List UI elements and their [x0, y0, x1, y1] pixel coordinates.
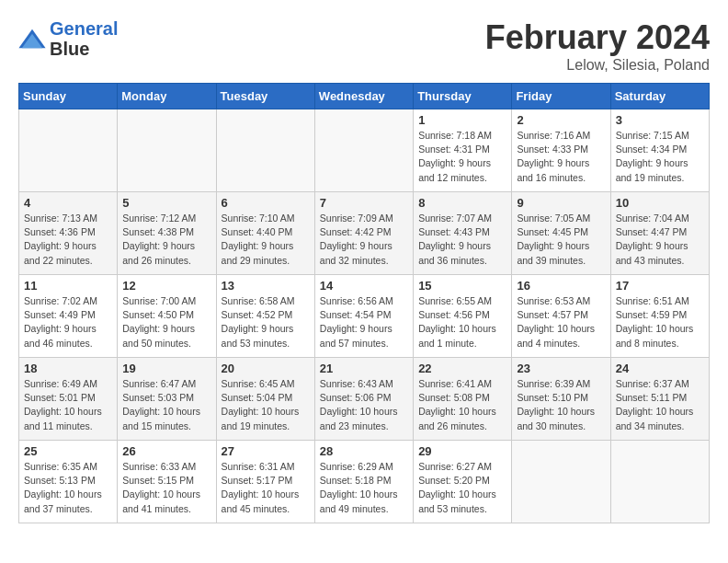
day-info: Sunrise: 7:10 AM Sunset: 4:40 PM Dayligh… [222, 212, 310, 268]
calendar-cell [19, 109, 118, 192]
day-info: Sunrise: 6:39 AM Sunset: 5:10 PM Dayligh… [517, 377, 605, 433]
day-number: 11 [24, 279, 112, 293]
day-info: Sunrise: 7:02 AM Sunset: 4:49 PM Dayligh… [24, 294, 112, 350]
day-info: Sunrise: 6:51 AM Sunset: 4:59 PM Dayligh… [616, 294, 704, 350]
calendar-cell: 22Sunrise: 6:41 AM Sunset: 5:08 PM Dayli… [414, 358, 512, 441]
calendar-cell: 23Sunrise: 6:39 AM Sunset: 5:10 PM Dayli… [512, 358, 610, 441]
calendar-cell: 19Sunrise: 6:47 AM Sunset: 5:03 PM Dayli… [118, 358, 216, 441]
day-number: 2 [517, 113, 605, 127]
calendar-cell: 10Sunrise: 7:04 AM Sunset: 4:47 PM Dayli… [610, 192, 709, 275]
day-info: Sunrise: 7:18 AM Sunset: 4:31 PM Dayligh… [418, 129, 506, 185]
day-number: 25 [24, 444, 112, 458]
calendar-cell: 16Sunrise: 6:53 AM Sunset: 4:57 PM Dayli… [512, 275, 610, 358]
calendar-cell [314, 109, 413, 192]
day-number: 24 [616, 362, 704, 375]
day-info: Sunrise: 6:49 AM Sunset: 5:01 PM Dayligh… [24, 377, 112, 433]
day-info: Sunrise: 7:09 AM Sunset: 4:42 PM Dayligh… [320, 212, 408, 268]
day-number: 16 [517, 279, 605, 293]
day-number: 10 [616, 196, 704, 210]
calendar-cell: 1Sunrise: 7:18 AM Sunset: 4:31 PM Daylig… [414, 109, 512, 192]
day-info: Sunrise: 6:55 AM Sunset: 4:56 PM Dayligh… [418, 294, 506, 350]
day-info: Sunrise: 6:33 AM Sunset: 5:15 PM Dayligh… [122, 460, 210, 516]
calendar-cell: 21Sunrise: 6:43 AM Sunset: 5:06 PM Dayli… [314, 358, 413, 441]
day-number: 5 [122, 196, 210, 210]
day-info: Sunrise: 6:29 AM Sunset: 5:18 PM Dayligh… [320, 460, 408, 516]
day-number: 18 [24, 362, 112, 375]
day-number: 27 [222, 444, 310, 458]
day-number: 19 [122, 362, 210, 375]
day-info: Sunrise: 7:13 AM Sunset: 4:36 PM Dayligh… [24, 212, 112, 268]
day-info: Sunrise: 7:00 AM Sunset: 4:50 PM Dayligh… [122, 294, 210, 350]
col-header-thursday: Thursday [414, 84, 512, 109]
day-info: Sunrise: 7:07 AM Sunset: 4:43 PM Dayligh… [418, 212, 506, 268]
day-number: 15 [418, 279, 506, 293]
calendar-cell [118, 109, 216, 192]
calendar-cell: 29Sunrise: 6:27 AM Sunset: 5:20 PM Dayli… [414, 441, 512, 523]
calendar-cell: 24Sunrise: 6:37 AM Sunset: 5:11 PM Dayli… [610, 358, 709, 441]
day-info: Sunrise: 6:41 AM Sunset: 5:08 PM Dayligh… [418, 377, 506, 433]
week-row: 11Sunrise: 7:02 AM Sunset: 4:49 PM Dayli… [19, 275, 710, 358]
calendar-cell: 7Sunrise: 7:09 AM Sunset: 4:42 PM Daylig… [314, 192, 413, 275]
day-number: 3 [616, 113, 704, 127]
day-number: 6 [222, 196, 310, 210]
day-number: 14 [320, 279, 408, 293]
day-number: 13 [222, 279, 310, 293]
day-number: 23 [517, 362, 605, 375]
calendar-cell: 13Sunrise: 6:58 AM Sunset: 4:52 PM Dayli… [216, 275, 314, 358]
calendar-cell [610, 441, 709, 523]
col-header-tuesday: Tuesday [216, 84, 314, 109]
calendar-cell: 9Sunrise: 7:05 AM Sunset: 4:45 PM Daylig… [512, 192, 610, 275]
calendar-cell: 26Sunrise: 6:33 AM Sunset: 5:15 PM Dayli… [118, 441, 216, 523]
logo: General Blue [18, 18, 118, 59]
day-number: 17 [616, 279, 704, 293]
page-header: General Blue February 2024 Lelow, Silesi… [18, 18, 710, 74]
col-header-saturday: Saturday [610, 84, 709, 109]
day-info: Sunrise: 6:58 AM Sunset: 4:52 PM Dayligh… [222, 294, 310, 350]
calendar-table: SundayMondayTuesdayWednesdayThursdayFrid… [18, 83, 710, 523]
day-info: Sunrise: 7:15 AM Sunset: 4:34 PM Dayligh… [616, 129, 704, 185]
day-number: 26 [122, 444, 210, 458]
day-info: Sunrise: 6:31 AM Sunset: 5:17 PM Dayligh… [222, 460, 310, 516]
calendar-cell: 5Sunrise: 7:12 AM Sunset: 4:38 PM Daylig… [118, 192, 216, 275]
col-header-sunday: Sunday [19, 84, 118, 109]
day-number: 12 [122, 279, 210, 293]
calendar-cell: 20Sunrise: 6:45 AM Sunset: 5:04 PM Dayli… [216, 358, 314, 441]
week-row: 4Sunrise: 7:13 AM Sunset: 4:36 PM Daylig… [19, 192, 710, 275]
day-info: Sunrise: 6:56 AM Sunset: 4:54 PM Dayligh… [320, 294, 408, 350]
logo-icon [18, 28, 46, 50]
day-number: 20 [222, 362, 310, 375]
calendar-cell: 12Sunrise: 7:00 AM Sunset: 4:50 PM Dayli… [118, 275, 216, 358]
day-number: 21 [320, 362, 408, 375]
day-number: 4 [24, 196, 112, 210]
col-header-monday: Monday [118, 84, 216, 109]
calendar-cell: 3Sunrise: 7:15 AM Sunset: 4:34 PM Daylig… [610, 109, 709, 192]
day-info: Sunrise: 6:37 AM Sunset: 5:11 PM Dayligh… [616, 377, 704, 433]
calendar-cell: 6Sunrise: 7:10 AM Sunset: 4:40 PM Daylig… [216, 192, 314, 275]
day-info: Sunrise: 6:45 AM Sunset: 5:04 PM Dayligh… [222, 377, 310, 433]
calendar-cell: 2Sunrise: 7:16 AM Sunset: 4:33 PM Daylig… [512, 109, 610, 192]
title-area: February 2024 Lelow, Silesia, Poland [485, 18, 710, 74]
day-number: 7 [320, 196, 408, 210]
calendar-cell: 8Sunrise: 7:07 AM Sunset: 4:43 PM Daylig… [414, 192, 512, 275]
day-info: Sunrise: 7:16 AM Sunset: 4:33 PM Dayligh… [517, 129, 605, 185]
calendar-cell [512, 441, 610, 523]
calendar-cell: 25Sunrise: 6:35 AM Sunset: 5:13 PM Dayli… [19, 441, 118, 523]
week-row: 25Sunrise: 6:35 AM Sunset: 5:13 PM Dayli… [19, 441, 710, 523]
day-info: Sunrise: 7:12 AM Sunset: 4:38 PM Dayligh… [122, 212, 210, 268]
day-info: Sunrise: 7:04 AM Sunset: 4:47 PM Dayligh… [616, 212, 704, 268]
header-row: SundayMondayTuesdayWednesdayThursdayFrid… [19, 84, 710, 109]
calendar-cell: 17Sunrise: 6:51 AM Sunset: 4:59 PM Dayli… [610, 275, 709, 358]
calendar-cell: 28Sunrise: 6:29 AM Sunset: 5:18 PM Dayli… [314, 441, 413, 523]
col-header-friday: Friday [512, 84, 610, 109]
day-number: 29 [418, 444, 506, 458]
calendar-cell: 11Sunrise: 7:02 AM Sunset: 4:49 PM Dayli… [19, 275, 118, 358]
day-number: 22 [418, 362, 506, 375]
col-header-wednesday: Wednesday [314, 84, 413, 109]
day-info: Sunrise: 6:43 AM Sunset: 5:06 PM Dayligh… [320, 377, 408, 433]
location: Lelow, Silesia, Poland [485, 57, 710, 74]
day-number: 9 [517, 196, 605, 210]
day-number: 28 [320, 444, 408, 458]
month-title: February 2024 [485, 18, 710, 57]
day-info: Sunrise: 6:27 AM Sunset: 5:20 PM Dayligh… [418, 460, 506, 516]
calendar-cell: 15Sunrise: 6:55 AM Sunset: 4:56 PM Dayli… [414, 275, 512, 358]
